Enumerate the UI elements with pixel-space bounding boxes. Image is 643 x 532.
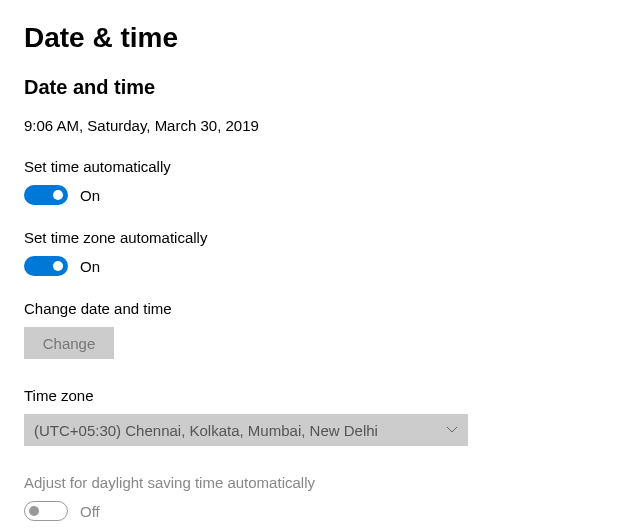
set-timezone-auto-state: On (80, 258, 100, 275)
current-datetime: 9:06 AM, Saturday, March 30, 2019 (24, 117, 619, 134)
change-datetime-label: Change date and time (24, 300, 619, 317)
set-time-auto-toggle[interactable] (24, 185, 68, 205)
set-timezone-auto-label: Set time zone automatically (24, 229, 619, 246)
change-button: Change (24, 327, 114, 359)
dst-label: Adjust for daylight saving time automati… (24, 474, 619, 491)
toggle-knob-icon (53, 261, 63, 271)
dst-state: Off (80, 503, 100, 520)
dst-toggle (24, 501, 68, 521)
toggle-knob-icon (29, 506, 39, 516)
set-time-auto-state: On (80, 187, 100, 204)
timezone-label: Time zone (24, 387, 619, 404)
timezone-dropdown: (UTC+05:30) Chennai, Kolkata, Mumbai, Ne… (24, 414, 468, 446)
toggle-knob-icon (53, 190, 63, 200)
set-time-auto-label: Set time automatically (24, 158, 619, 175)
chevron-down-icon (446, 424, 458, 436)
set-timezone-auto-toggle[interactable] (24, 256, 68, 276)
section-title-date-and-time: Date and time (24, 76, 619, 99)
page-title: Date & time (24, 22, 619, 54)
timezone-selected-value: (UTC+05:30) Chennai, Kolkata, Mumbai, Ne… (34, 422, 378, 439)
